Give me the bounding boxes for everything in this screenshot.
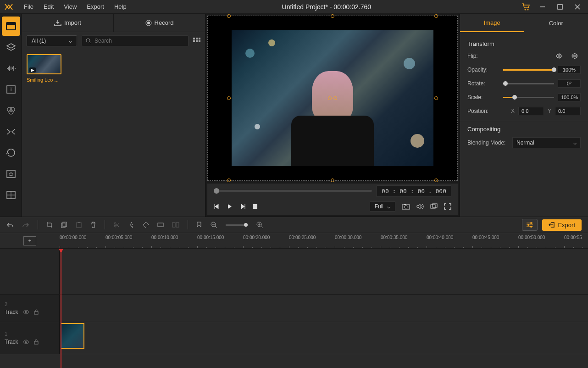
media-filter-dropdown[interactable]: All (1) ⌵ (27, 35, 77, 46)
lock-icon[interactable] (34, 339, 39, 345)
sidebar-split-icon[interactable] (2, 185, 20, 205)
svg-point-29 (405, 206, 407, 208)
svg-point-54 (530, 226, 532, 228)
scale-value[interactable]: 100.0% (558, 93, 581, 101)
zoom-out-button[interactable] (210, 221, 217, 229)
blend-mode-dropdown[interactable]: Normal ⌵ (512, 137, 581, 148)
search-box[interactable] (82, 35, 189, 46)
pos-x-label: X (511, 108, 515, 114)
export-button[interactable]: Export (542, 219, 582, 231)
flip-vertical-button[interactable] (569, 52, 581, 60)
menu-view[interactable]: View (59, 1, 81, 12)
main-menu: File Edit View Export Help (19, 1, 131, 12)
props-tab-image[interactable]: Image (460, 14, 524, 32)
preview-scrubber[interactable] (214, 190, 372, 192)
titlebar: File Edit View Export Help Untitled Proj… (0, 0, 588, 14)
menu-file[interactable]: File (19, 1, 38, 12)
preview-canvas[interactable] (207, 16, 458, 181)
sidebar-audio-icon[interactable] (2, 59, 20, 78)
track-body[interactable] (60, 295, 588, 322)
sidebar-text-icon[interactable]: T (2, 80, 20, 99)
rotate-value[interactable]: 0° (558, 79, 581, 88)
keyframe-button[interactable] (143, 222, 149, 228)
preview-image[interactable] (232, 30, 433, 166)
ruler-tick-label: 00:00:25.000 (289, 235, 316, 240)
crop-button[interactable] (46, 222, 53, 228)
timeline-toolbar: Export (0, 217, 588, 233)
sidebar-transitions-icon[interactable] (2, 122, 20, 141)
grid-view-icon[interactable] (193, 38, 200, 44)
marker-button[interactable] (196, 222, 202, 228)
svg-point-55 (25, 311, 27, 313)
svg-rect-58 (34, 341, 38, 344)
group-button[interactable] (172, 222, 179, 228)
svg-point-57 (25, 341, 27, 343)
tool-sidebar: T (0, 14, 22, 217)
timeline-tracks: 2 Track 1 Track (0, 249, 588, 368)
playhead[interactable] (61, 249, 61, 368)
rotate-label: Rotate: (467, 80, 499, 87)
menu-edit[interactable]: Edit (39, 1, 58, 12)
rotate-slider[interactable] (503, 83, 554, 84)
opacity-slider[interactable] (503, 69, 554, 71)
snapshot-button[interactable] (402, 203, 410, 210)
fullscreen-button[interactable] (444, 203, 451, 210)
scrubber-thumb[interactable] (214, 188, 219, 194)
add-track-button[interactable]: + (23, 236, 36, 245)
sidebar-filters-icon[interactable] (2, 101, 20, 120)
import-tab[interactable]: Import (22, 14, 114, 32)
media-thumbnail[interactable] (27, 54, 61, 74)
sidebar-media-icon[interactable] (2, 17, 20, 36)
search-input[interactable] (94, 38, 184, 44)
track-body[interactable] (60, 322, 588, 354)
timeline-ruler[interactable]: + 00:00:00.00000:00:05.00000:00:10.00000… (0, 233, 588, 249)
opacity-value[interactable]: 100% (558, 66, 581, 74)
aspect-button[interactable] (157, 222, 164, 228)
timeline-settings-button[interactable] (522, 219, 538, 231)
record-tab[interactable]: Record (114, 14, 205, 32)
minimize-button[interactable] (536, 1, 549, 12)
svg-rect-31 (431, 205, 435, 208)
flip-horizontal-button[interactable] (553, 52, 565, 60)
svg-point-53 (527, 224, 529, 226)
preview-size-dropdown[interactable]: Full ⌵ (370, 201, 395, 212)
position-y-input[interactable] (555, 107, 581, 115)
zoom-in-button[interactable] (256, 221, 263, 229)
visibility-icon[interactable] (23, 310, 29, 314)
zoom-slider[interactable] (226, 224, 248, 226)
ruler-tick-label: 00:00:00.000 (60, 235, 86, 240)
split-button[interactable] (113, 222, 120, 228)
play-button[interactable] (227, 203, 233, 210)
scale-slider[interactable] (503, 97, 554, 98)
volume-button[interactable] (416, 203, 424, 210)
paste-button[interactable] (76, 222, 82, 228)
close-button[interactable] (571, 1, 584, 12)
chevron-down-icon: ⌵ (573, 139, 577, 146)
lock-icon[interactable] (34, 309, 39, 315)
transform-section-label: Transform (467, 40, 581, 47)
redo-button[interactable] (22, 222, 29, 228)
visibility-icon[interactable] (23, 340, 29, 344)
props-tab-color[interactable]: Color (524, 14, 588, 32)
media-item[interactable]: Smiling Leo ... (27, 54, 62, 83)
sidebar-motion-icon[interactable] (2, 143, 20, 162)
copy-button[interactable] (61, 222, 67, 228)
delete-button[interactable] (90, 222, 96, 228)
svg-rect-24 (193, 40, 195, 42)
menu-help[interactable]: Help (110, 1, 131, 12)
position-x-input[interactable] (518, 107, 544, 115)
cart-icon[interactable] (522, 3, 530, 11)
maximize-button[interactable] (553, 1, 567, 12)
menu-export[interactable]: Export (82, 1, 109, 12)
timeline-clip[interactable] (61, 323, 84, 349)
stop-button[interactable] (252, 204, 258, 209)
next-frame-button[interactable] (239, 203, 246, 210)
sidebar-effects-icon[interactable] (2, 164, 20, 184)
prev-frame-button[interactable] (214, 203, 220, 210)
undo-button[interactable] (6, 222, 14, 228)
record-icon (145, 20, 152, 26)
svg-rect-39 (158, 223, 163, 227)
detach-button[interactable] (430, 203, 438, 210)
sidebar-layers-icon[interactable] (2, 38, 20, 57)
speed-button[interactable] (128, 222, 134, 228)
